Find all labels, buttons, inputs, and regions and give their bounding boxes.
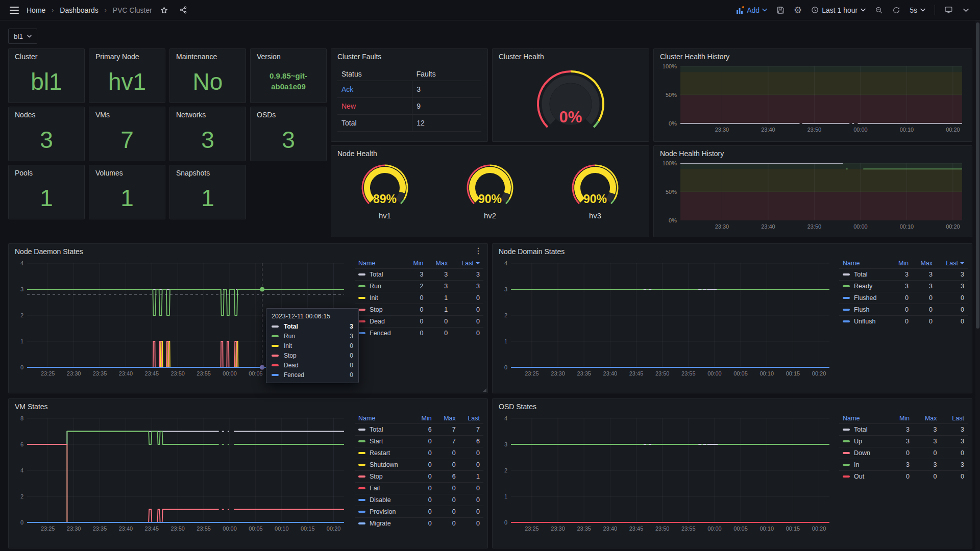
- stat-title[interactable]: Snapshots: [170, 165, 246, 179]
- legend-header-name[interactable]: Name: [355, 258, 405, 269]
- add-panel-button[interactable]: Add: [733, 6, 770, 14]
- series-swatch: [272, 364, 279, 366]
- osd-states-chart[interactable]: 23:2523:3023:3523:4023:4523:5023:5500:00…: [498, 413, 834, 537]
- panel-title[interactable]: VM States: [9, 399, 487, 412]
- stat-title[interactable]: Version: [251, 49, 326, 62]
- stat-title[interactable]: Nodes: [9, 107, 84, 120]
- stat-title[interactable]: Primary Node: [89, 49, 165, 62]
- zoom-out-time-button[interactable]: [872, 3, 886, 17]
- panel-resize-handle[interactable]: [483, 388, 486, 392]
- cluster-faults-table: StatusFaultsAck3New9Total12: [337, 67, 481, 132]
- legend-row-provision[interactable]: Provision000: [355, 506, 483, 518]
- legend-row-out[interactable]: Out000: [839, 471, 968, 483]
- gauge-svg: 89%: [351, 160, 419, 211]
- legend-row-restart[interactable]: Restart000: [355, 447, 483, 459]
- legend-header-name[interactable]: Name: [839, 258, 890, 269]
- legend-row-start[interactable]: Start076: [355, 436, 483, 447]
- legend-row-total[interactable]: Total677: [355, 424, 483, 436]
- node-health-gauge-hv3: 90%hv3: [561, 160, 629, 220]
- stat-title[interactable]: Volumes: [89, 165, 165, 179]
- favorite-star-button[interactable]: [157, 3, 172, 17]
- faults-column-header[interactable]: Status: [337, 67, 412, 81]
- time-range-picker[interactable]: Last 1 hour: [808, 6, 869, 14]
- legend-row-down[interactable]: Down000: [839, 447, 968, 459]
- legend-row-stop[interactable]: Stop010: [355, 304, 483, 316]
- refresh-button[interactable]: [889, 3, 903, 17]
- stat-title[interactable]: Networks: [170, 107, 246, 120]
- legend-header-max[interactable]: Max: [912, 258, 936, 269]
- gear-icon: ⚙: [794, 6, 802, 15]
- svg-text:50%: 50%: [666, 92, 677, 98]
- panel-title[interactable]: Cluster Health History: [654, 49, 972, 62]
- legend-value: 3: [451, 269, 483, 281]
- panel-menu-button[interactable]: ⋮: [474, 247, 482, 255]
- legend-header-last[interactable]: Last: [459, 413, 483, 424]
- legend-row-flushed[interactable]: Flushed000: [839, 292, 968, 304]
- legend-header-name[interactable]: Name: [839, 413, 889, 424]
- faults-column-header[interactable]: Faults: [412, 67, 481, 81]
- svg-text:4: 4: [504, 260, 507, 266]
- stat-title[interactable]: Cluster: [9, 49, 84, 62]
- legend-row-total[interactable]: Total333: [355, 269, 483, 281]
- node-domain-states-chart[interactable]: 23:2523:3023:3523:4023:4523:5023:5500:00…: [498, 258, 834, 382]
- panel-title[interactable]: Node Health History: [654, 146, 972, 159]
- legend-row-unflush[interactable]: Unflush000: [839, 316, 968, 328]
- legend-header-max[interactable]: Max: [435, 413, 459, 424]
- legend-header-min[interactable]: Min: [405, 258, 427, 269]
- breadcrumb-home[interactable]: Home: [27, 6, 45, 14]
- panel-title[interactable]: Node Domain States: [493, 244, 972, 257]
- series-swatch: [358, 285, 365, 287]
- stat-title[interactable]: OSDs: [251, 107, 326, 120]
- cluster-health-history-chart[interactable]: 23:3023:4023:5000:0000:1000:200%50%100%: [654, 62, 972, 137]
- stat-title[interactable]: Pools: [9, 165, 84, 179]
- legend-row-shutdown[interactable]: Shutdown000: [355, 459, 483, 471]
- legend-row-disable[interactable]: Disable000: [355, 494, 483, 506]
- legend-row-ready[interactable]: Ready333: [839, 281, 968, 292]
- kiosk-mode-button[interactable]: [941, 3, 955, 17]
- legend-row-total[interactable]: Total333: [839, 269, 968, 281]
- refresh-interval-picker[interactable]: 5s: [906, 6, 928, 14]
- fault-status: New: [337, 98, 412, 115]
- legend-row-run[interactable]: Run233: [355, 281, 483, 292]
- legend-value: 3: [890, 281, 912, 292]
- legend-header-min[interactable]: Min: [889, 413, 914, 424]
- legend-header-min[interactable]: Min: [413, 413, 435, 424]
- panel-title[interactable]: OSD States: [493, 399, 972, 412]
- panel-title[interactable]: Cluster Faults: [331, 49, 487, 62]
- legend-header-max[interactable]: Max: [427, 258, 452, 269]
- legend-header-last[interactable]: Last: [936, 258, 968, 269]
- legend-row-fenced[interactable]: Fenced000: [355, 328, 483, 339]
- legend-row-stop[interactable]: Stop061: [355, 471, 483, 483]
- svg-text:8: 8: [20, 415, 23, 421]
- save-dashboard-button[interactable]: [773, 3, 788, 17]
- legend-row-init[interactable]: Init010: [355, 292, 483, 304]
- node-health-history-chart[interactable]: 23:3023:4023:5000:0000:1000:200%50%100%: [654, 159, 972, 234]
- panel-title[interactable]: Node Daemon States: [9, 244, 487, 257]
- legend-header-max[interactable]: Max: [913, 413, 940, 424]
- share-dashboard-button[interactable]: [177, 3, 191, 17]
- scrollbar-thumb[interactable]: [976, 22, 979, 329]
- toolbar-expand-button[interactable]: [959, 3, 973, 17]
- legend-row-total[interactable]: Total333: [839, 424, 968, 436]
- stat-title[interactable]: Maintenance: [170, 49, 246, 62]
- legend-row-migrate[interactable]: Migrate000: [355, 518, 483, 530]
- series-name: Dead: [370, 318, 385, 325]
- dashboard-settings-button[interactable]: ⚙: [791, 3, 805, 17]
- panel-title[interactable]: Node Health: [331, 146, 649, 159]
- legend-row-up[interactable]: Up333: [839, 436, 968, 447]
- legend-header-last[interactable]: Last: [941, 413, 968, 424]
- menu-toggle-button[interactable]: [7, 3, 21, 17]
- legend-header-last[interactable]: Last: [451, 258, 483, 269]
- legend-header-name[interactable]: Name: [355, 413, 413, 424]
- legend-header-min[interactable]: Min: [890, 258, 912, 269]
- panel-title[interactable]: Cluster Health: [493, 49, 649, 62]
- legend-row-in[interactable]: In333: [839, 459, 968, 471]
- vm-states-chart[interactable]: 23:2523:3023:3523:4023:4523:5023:5500:00…: [14, 413, 348, 537]
- legend-row-flush[interactable]: Flush000: [839, 304, 968, 316]
- legend-row-dead[interactable]: Dead000: [355, 316, 483, 328]
- cluster-variable-dropdown[interactable]: bl1: [8, 29, 37, 44]
- legend-value: 1: [427, 304, 452, 316]
- stat-title[interactable]: VMs: [89, 107, 165, 120]
- legend-row-fail[interactable]: Fail000: [355, 483, 483, 494]
- breadcrumb-dashboards[interactable]: Dashboards: [60, 6, 99, 14]
